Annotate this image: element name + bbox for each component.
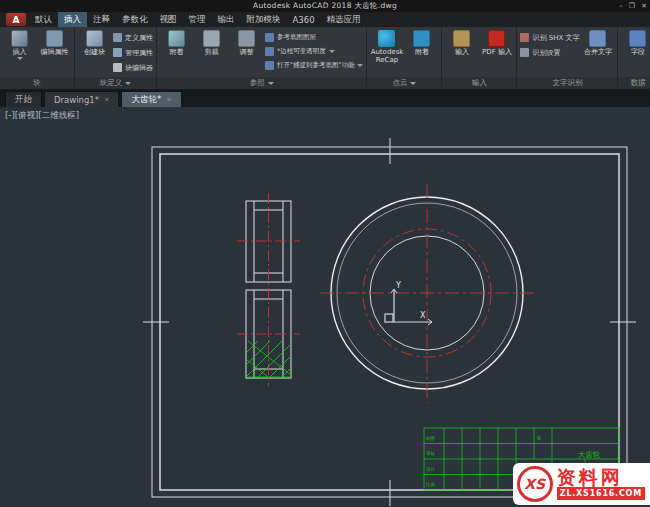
front-centerlines — [320, 184, 535, 403]
tab-annotate[interactable]: 注释 — [87, 12, 116, 27]
minimize-button[interactable]: – — [619, 1, 623, 11]
field-button[interactable]: 字段 — [621, 29, 650, 56]
autocad-logo-icon[interactable]: A — [6, 13, 26, 26]
edit-attribute-button[interactable]: 编辑属性 — [38, 29, 71, 56]
blockdef-small-buttons: 定义属性 管理属性 块编辑器 — [113, 29, 153, 74]
file-tab-start[interactable]: 开始 — [5, 91, 42, 107]
create-block-label: 创建块 — [84, 48, 105, 56]
viewport-controls[interactable]: [-][俯视][二维线框] — [5, 110, 79, 122]
insert-block-button[interactable]: 插入 — [3, 29, 36, 60]
attach-reference-button[interactable]: 附着 — [160, 29, 193, 56]
manage-attributes-label: 管理属性 — [125, 48, 153, 58]
file-tab-start-label: 开始 — [15, 94, 32, 106]
title-block-qty: 6 — [537, 434, 541, 441]
recognize-shx-text-label: 识别 SHX 文字 — [532, 33, 579, 43]
ribbon-panel-reference: 附着 剪裁 调整 参考底图图层 *边框可变 — [157, 27, 367, 89]
create-block-button[interactable]: 创建块 — [78, 29, 111, 56]
watermark-site-url: ZL.XS1616.COM — [557, 487, 645, 500]
ribbon-panel-block-definition: 创建块 定义属性 管理属性 块编辑器 — [75, 27, 157, 89]
import-button[interactable]: 输入 — [445, 29, 478, 56]
adjust-button[interactable]: 调整 — [230, 29, 263, 56]
panel-label-data-text: 数据 — [630, 78, 645, 88]
frame-transparency-label: *边框可变透明度 — [277, 47, 326, 56]
combine-text-button[interactable]: 合并文字 — [581, 29, 614, 56]
tab-default[interactable]: 默认 — [29, 12, 58, 27]
ucs-x-label: X — [420, 311, 426, 320]
panel-data-content: 字段 — [618, 27, 650, 77]
autocad-window: Autodesk AutoCAD 2018 大齿轮.dwg – ❐ ✕ A 默认… — [0, 0, 650, 507]
edit-attribute-label: 编辑属性 — [41, 48, 69, 56]
manage-attributes-button[interactable]: 管理属性 — [113, 46, 153, 59]
autodesk-recap-button[interactable]: Autodesk ReCap — [370, 29, 403, 64]
panel-pointcloud-content: Autodesk ReCap 附着 — [367, 27, 441, 77]
pdf-import-button[interactable]: PDF 输入 — [480, 29, 513, 56]
panel-label-reference[interactable]: 参照 — [157, 77, 366, 89]
tab-a360[interactable]: A360 — [287, 12, 321, 27]
panel-label-point-cloud[interactable]: 点云 — [367, 77, 441, 89]
tab-featured-apps[interactable]: 精选应用 — [321, 12, 367, 27]
watermark-logo-icon: XS — [517, 466, 553, 502]
snap-to-underlay-label: 打开"捕捉到参考底图"功能 — [277, 61, 354, 70]
chevron-down-icon — [268, 82, 274, 85]
ribbon-panel-block: 插入 编辑属性 块 — [0, 27, 75, 89]
maximize-button[interactable]: ❐ — [629, 1, 635, 11]
tab-view[interactable]: 视图 — [154, 12, 183, 27]
recognition-settings-button[interactable]: 识别设置 — [520, 46, 579, 59]
panel-label-block[interactable]: 块 — [0, 77, 74, 89]
reference-small-buttons: 参考底图图层 *边框可变透明度 打开"捕捉到参考底图"功能 — [265, 29, 363, 71]
attach-reference-icon — [168, 30, 185, 47]
watermark-site-name: 资料网 — [557, 468, 645, 488]
tab-parametric[interactable]: 参数化 — [116, 12, 154, 27]
point-cloud-attach-label: 附着 — [415, 48, 429, 56]
adjust-label: 调整 — [240, 48, 254, 56]
ribbon-panel-import: 输入 PDF 输入 输入 — [442, 27, 517, 89]
close-button[interactable]: ✕ — [641, 1, 647, 11]
panel-label-pointcloud-text: 点云 — [392, 78, 407, 88]
underlay-layers-button[interactable]: 参考底图图层 — [265, 31, 363, 43]
file-tab-dachilun[interactable]: 大齿轮* ✕ — [121, 91, 181, 107]
ribbon: 插入 编辑属性 块 创建块 定义属性 — [0, 27, 650, 89]
clip-button[interactable]: 剪裁 — [195, 29, 228, 56]
adjust-icon — [238, 30, 255, 47]
file-tab-drawing1-label: Drawing1* — [54, 95, 99, 105]
title-block-cell: 比例 — [426, 482, 436, 488]
underlay-layers-icon — [265, 33, 274, 42]
close-icon[interactable]: ✕ — [104, 96, 109, 104]
close-icon[interactable]: ✕ — [166, 96, 171, 104]
panel-label-block-definition[interactable]: 块定义 — [75, 77, 156, 89]
point-cloud-attach-button[interactable]: 附着 — [405, 29, 438, 56]
panel-label-import-text: 输入 — [472, 78, 487, 88]
tab-output[interactable]: 输出 — [212, 12, 241, 27]
pdf-import-icon — [488, 30, 505, 47]
panel-label-import[interactable]: 输入 — [442, 77, 516, 89]
define-attributes-icon — [113, 33, 122, 42]
panel-blockdef-content: 创建块 定义属性 管理属性 块编辑器 — [75, 27, 156, 77]
ribbon-panel-text-recognition: 识别 SHX 文字 识别设置 合并文字 文字识别 — [517, 27, 618, 89]
chevron-down-icon — [329, 50, 335, 53]
create-block-icon — [86, 30, 103, 47]
point-cloud-attach-icon — [413, 30, 430, 47]
define-attributes-button[interactable]: 定义属性 — [113, 31, 153, 44]
file-tab-drawing1[interactable]: Drawing1* ✕ — [44, 91, 119, 107]
tab-insert[interactable]: 插入 — [58, 12, 87, 27]
frame-transparency-button[interactable]: *边框可变透明度 — [265, 45, 363, 57]
panel-label-text-recognition[interactable]: 文字识别 — [517, 77, 617, 89]
file-tab-bar: 开始 Drawing1* ✕ 大齿轮* ✕ — [0, 89, 650, 107]
recognize-shx-text-button[interactable]: 识别 SHX 文字 — [520, 31, 579, 44]
panel-label-textrecog-text: 文字识别 — [552, 78, 582, 88]
underlay-layers-label: 参考底图图层 — [277, 33, 316, 42]
import-icon — [453, 30, 470, 47]
snap-to-underlay-icon — [265, 61, 274, 70]
snap-to-underlay-button[interactable]: 打开"捕捉到参考底图"功能 — [265, 59, 363, 71]
edit-attribute-icon — [46, 30, 63, 47]
model-space[interactable]: [-][俯视][二维线框] — [0, 107, 650, 507]
block-editor-button[interactable]: 块编辑器 — [113, 61, 153, 74]
title-block-cell: 审核 — [426, 451, 436, 456]
panel-label-reference-text: 参照 — [250, 78, 265, 88]
chevron-down-icon — [125, 82, 131, 85]
panel-label-block-text: 块 — [33, 78, 41, 88]
tab-addins[interactable]: 附加模块 — [241, 12, 287, 27]
panel-label-data[interactable]: 数据 — [618, 77, 650, 89]
tab-manage[interactable]: 管理 — [183, 12, 212, 27]
attach-reference-label: 附着 — [170, 48, 184, 56]
